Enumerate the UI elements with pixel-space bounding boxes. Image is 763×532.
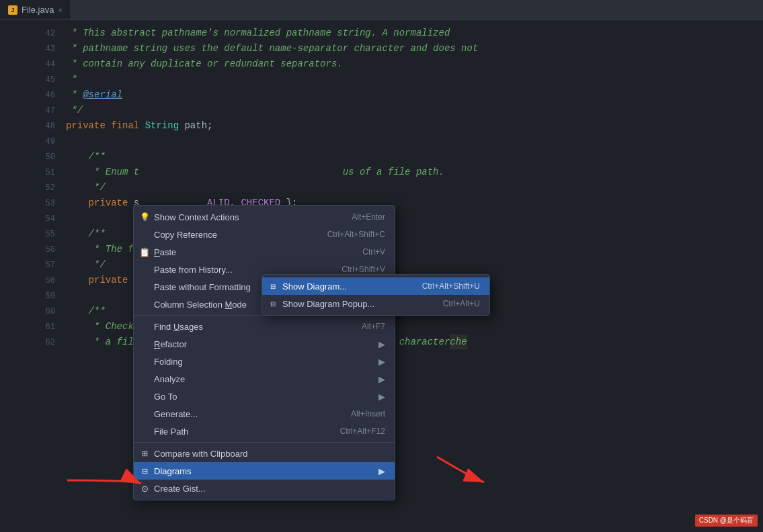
diagram-icon: ⊟ xyxy=(139,466,150,476)
code-line: 46 * @serial xyxy=(39,87,763,103)
csdn-watermark: CSDN @是个码盲 xyxy=(695,515,758,527)
file-tab[interactable]: J File.java × xyxy=(0,0,71,19)
menu-item-label: Compare with Clipboard xyxy=(154,449,247,459)
diagram-popup-icon: ⊟ xyxy=(268,298,278,309)
code-line: 48 private final String path; xyxy=(39,118,763,134)
code-line: 47 */ xyxy=(39,103,763,118)
menu-item-label: Create Gist... xyxy=(154,484,206,494)
menu-item-shortcut: Ctrl+V xyxy=(362,247,385,257)
blank-icon4 xyxy=(139,321,150,332)
menu-item-label: Show Context Actions xyxy=(154,212,239,222)
code-line: 43 * pathname string uses the default na… xyxy=(39,41,763,56)
menu-item-label: File Path xyxy=(154,427,188,437)
menu-item-shortcut: Alt+F7 xyxy=(362,322,385,331)
blank-icon7 xyxy=(139,373,150,384)
menu-file-path[interactable]: File Path Ctrl+Alt+F12 xyxy=(134,423,395,440)
blank-icon xyxy=(139,264,150,275)
submenu-arrow-icon4: ▶ xyxy=(378,392,385,402)
menu-find-usages[interactable]: Find Usages Alt+F7 xyxy=(134,318,395,335)
code-line: 44 * contain any duplicate or redundant … xyxy=(39,56,763,72)
submenu-arrow-diagrams-icon: ▶ xyxy=(378,466,385,476)
menu-item-label: Diagrams xyxy=(154,466,192,476)
menu-item-label: Find Usages xyxy=(154,322,203,332)
menu-item-shortcut: Alt+Insert xyxy=(351,409,385,418)
menu-refactor[interactable]: Refactor ▶ xyxy=(134,335,395,353)
code-line: 45 * xyxy=(39,72,763,87)
menu-generate[interactable]: Generate... Alt+Insert xyxy=(134,405,395,423)
menu-item-label: Paste xyxy=(154,247,176,257)
diagrams-submenu: ⊟ Show Diagram... Ctrl+Alt+Shift+U ⊟ Sho… xyxy=(262,274,490,316)
code-line: 49 xyxy=(39,134,763,149)
submenu-item-shortcut: Ctrl+Alt+Shift+U xyxy=(422,281,480,291)
submenu-arrow-icon3: ▶ xyxy=(378,374,385,384)
menu-item-shortcut: Alt+Enter xyxy=(352,212,385,222)
tab-filename: File.java xyxy=(22,5,54,15)
blank-icon9 xyxy=(139,408,150,419)
copy-icon xyxy=(139,229,150,240)
menu-item-label: Copy Reference xyxy=(154,230,217,240)
menu-item-shortcut: Ctrl+Shift+V xyxy=(342,265,385,274)
light-bulb-icon: 💡 xyxy=(139,212,150,222)
diagram-show-icon: ⊟ xyxy=(268,281,278,292)
editor-container: J File.java × 42 * This abstract pathnam… xyxy=(0,0,763,532)
github-icon: ⊙ xyxy=(139,483,150,494)
tab-close-button[interactable]: × xyxy=(58,6,62,14)
code-line: 51 * Enum t us of a file path. xyxy=(39,165,763,180)
menu-folding[interactable]: Folding ▶ xyxy=(134,353,395,370)
submenu-item-label: Show Diagram Popup... xyxy=(282,299,374,309)
code-line: 42 * This abstract pathname's normalized… xyxy=(39,26,763,41)
menu-create-gist[interactable]: ⊙ Create Gist... xyxy=(134,480,395,497)
menu-show-context-actions[interactable]: 💡 Show Context Actions Alt+Enter xyxy=(134,208,395,226)
compare-icon: ⊞ xyxy=(139,448,150,459)
code-line: 52 */ xyxy=(39,180,763,195)
menu-separator-2 xyxy=(134,442,395,443)
blank-icon2 xyxy=(139,281,150,292)
menu-go-to[interactable]: Go To ▶ xyxy=(134,388,395,405)
blank-icon10 xyxy=(139,426,150,437)
menu-paste[interactable]: 📋 Paste Ctrl+V xyxy=(134,243,395,261)
menu-item-label: Go To xyxy=(154,392,177,402)
menu-item-label: Column Selection Mode xyxy=(154,300,247,310)
java-file-icon: J xyxy=(8,5,17,15)
submenu-arrow-icon2: ▶ xyxy=(378,357,385,367)
menu-item-shortcut: Ctrl+Alt+Shift+C xyxy=(327,230,385,239)
blank-icon5 xyxy=(139,339,150,349)
context-menu: 💡 Show Context Actions Alt+Enter Copy Re… xyxy=(133,205,395,500)
blank-icon6 xyxy=(139,356,150,367)
menu-compare-clipboard[interactable]: ⊞ Compare with Clipboard xyxy=(134,445,395,462)
submenu-show-diagram-popup[interactable]: ⊟ Show Diagram Popup... Ctrl+Alt+U xyxy=(262,295,489,312)
menu-item-shortcut: Ctrl+Alt+F12 xyxy=(340,427,385,436)
blank-icon8 xyxy=(139,391,150,402)
menu-item-label: Folding xyxy=(154,357,183,367)
menu-item-label: Generate... xyxy=(154,409,198,419)
menu-item-label: Refactor xyxy=(154,339,187,349)
menu-analyze[interactable]: Analyze ▶ xyxy=(134,370,395,388)
submenu-arrow-icon: ▶ xyxy=(378,339,385,349)
menu-copy-reference[interactable]: Copy Reference Ctrl+Alt+Shift+C xyxy=(134,226,395,243)
menu-diagrams[interactable]: ⊟ Diagrams ▶ xyxy=(134,462,395,480)
submenu-show-diagram[interactable]: ⊟ Show Diagram... Ctrl+Alt+Shift+U xyxy=(262,277,489,295)
menu-item-label: Paste without Formatting xyxy=(154,282,251,292)
tab-bar: J File.java × xyxy=(0,0,763,20)
blank-icon3 xyxy=(139,299,150,310)
submenu-item-label: Show Diagram... xyxy=(282,281,347,292)
menu-item-label: Analyze xyxy=(154,374,185,384)
submenu-item-shortcut: Ctrl+Alt+U xyxy=(443,299,480,308)
code-line: 50 /** xyxy=(39,149,763,165)
menu-item-label: Paste from History... xyxy=(154,265,233,275)
paste-icon: 📋 xyxy=(139,247,150,257)
